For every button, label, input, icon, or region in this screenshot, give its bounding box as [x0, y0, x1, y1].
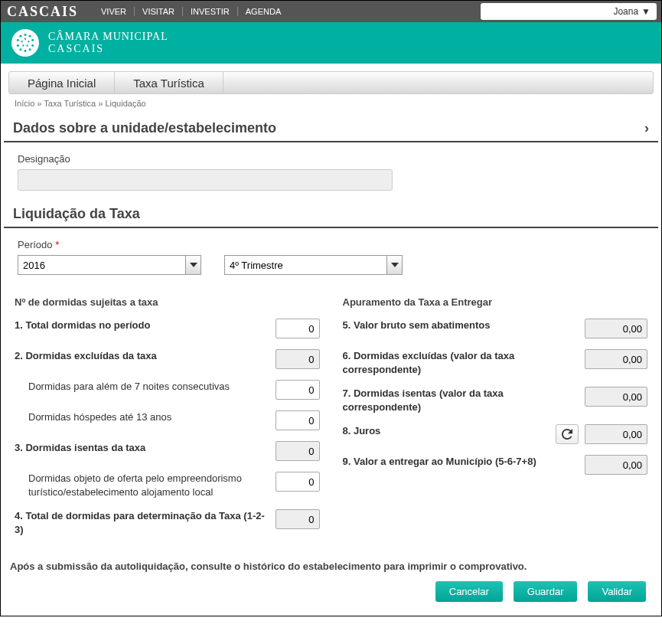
submission-note: Após a submissão da autoliquidação, cons… [10, 561, 652, 572]
brand-line2: CASCAIS [48, 43, 168, 55]
refresh-button[interactable] [556, 424, 579, 444]
user-name: Joana [613, 6, 638, 17]
brand-top: CASCAIS [7, 4, 78, 20]
svg-point-1 [29, 35, 31, 38]
row4-input [276, 509, 320, 529]
svg-point-5 [24, 50, 27, 52]
svg-point-13 [22, 44, 24, 46]
row8-output [585, 424, 647, 444]
svg-point-2 [31, 39, 34, 41]
designacao-input [18, 169, 393, 191]
row2b-label: Dormidas hóspedes até 13 anos [15, 410, 276, 424]
topnav-visitar[interactable]: VISITAR [135, 7, 183, 16]
liquidacao-columns: Nº de dormidas sujeitas a taxa 1. Total … [15, 296, 647, 547]
row5-label: 5. Valor bruto sem abatimentos [343, 319, 585, 332]
right-column: Apuramento da Taxa a Entregar 5. Valor b… [335, 296, 648, 547]
breadcrumb: Início » Taxa Turística » Liquidação [15, 99, 647, 108]
svg-point-10 [24, 38, 26, 40]
topnav-agenda[interactable]: AGENDA [238, 7, 289, 16]
row2b-input[interactable] [276, 410, 320, 430]
svg-point-9 [19, 35, 21, 38]
cascais-logo [11, 29, 39, 57]
year-select[interactable]: 2016 [18, 255, 201, 275]
tab-taxa[interactable]: Taxa Turística [115, 72, 223, 93]
row4-label: 4. Total de dormidas para determinação d… [15, 509, 276, 536]
row8-label: 8. Juros [343, 424, 556, 438]
topnav-investir[interactable]: INVESTIR [183, 7, 238, 16]
svg-point-3 [31, 44, 34, 47]
row7-label: 7. Dormidas isentas (valor da taxa corre… [343, 387, 585, 414]
designacao-label: Designação [18, 153, 644, 165]
periodo-label: Período * [18, 239, 644, 250]
section-estab-title: Dados sobre a unidade/estabelecimento [13, 120, 276, 136]
row2-label: 2. Dormidas excluídas da taxa [15, 349, 276, 363]
row9-label: 9. Valor a entregar ao Município (5-6-7+… [343, 455, 585, 469]
row1-label: 1. Total dormidas no período [15, 319, 276, 332]
row6-output [585, 349, 647, 369]
section-liquid-header: Liquidação da Taxa [4, 201, 658, 228]
section-liquid-title: Liquidação da Taxa [13, 206, 140, 222]
caret-down-icon: ▼ [641, 6, 651, 17]
topnav-viver[interactable]: VIVER [93, 7, 135, 16]
brand-bar: CÂMARA MUNICIPAL CASCAIS [1, 22, 661, 64]
row9-output [585, 455, 647, 475]
brand-line1: CÂMARA MUNICIPAL [48, 31, 168, 43]
left-column: Nº de dormidas sujeitas a taxa 1. Total … [15, 296, 335, 547]
top-nav: VIVER VISITAR INVESTIR AGENDA [93, 7, 289, 16]
right-col-title: Apuramento da Taxa a Entregar [343, 296, 648, 308]
row2a-label: Dormidas para além de 7 noites consecuti… [15, 380, 276, 394]
save-button[interactable]: Guardar [514, 581, 578, 602]
svg-point-11 [28, 41, 29, 42]
row1-input[interactable] [276, 319, 320, 338]
row6-label: 6. Dormidas excluídas (valor da taxa cor… [343, 349, 585, 376]
refresh-icon [562, 429, 572, 440]
cancel-button[interactable]: Cancelar [435, 581, 503, 602]
row5-output [585, 319, 647, 338]
svg-point-12 [26, 44, 28, 46]
estab-block: Designação [1, 142, 661, 201]
svg-point-14 [21, 41, 22, 42]
row3-input [276, 441, 320, 461]
section-estab-header: Dados sobre a unidade/estabelecimento › [4, 116, 658, 142]
svg-point-7 [17, 44, 19, 47]
tab-home[interactable]: Página Inicial [9, 72, 115, 93]
row3a-label: Dormidas objeto de oferta pelo empreendo… [15, 472, 276, 499]
svg-point-8 [17, 39, 19, 41]
year-select-wrap: 2016 [18, 255, 201, 275]
left-col-title: Nº de dormidas sujeitas a taxa [15, 296, 320, 308]
row3a-input[interactable] [276, 472, 320, 492]
quarter-select-wrap: 4º Trimestre [224, 255, 403, 275]
tab-empty [223, 72, 653, 93]
top-bar: CASCAIS VIVER VISITAR INVESTIR AGENDA Jo… [1, 1, 661, 22]
row2-input [276, 349, 320, 369]
main-tabs: Página Inicial Taxa Turística [8, 71, 654, 94]
action-bar: Cancelar Guardar Validar [1, 581, 661, 616]
validate-button[interactable]: Validar [588, 581, 646, 602]
row3-label: 3. Dormidas isentas da taxa [15, 441, 276, 455]
row2a-input[interactable] [276, 380, 320, 400]
svg-point-4 [29, 48, 31, 51]
user-dropdown[interactable]: Joana ▼ [481, 3, 657, 20]
row7-output [585, 387, 647, 407]
quarter-select[interactable]: 4º Trimestre [224, 255, 403, 275]
svg-point-0 [24, 34, 27, 36]
required-mark: * [55, 239, 59, 250]
svg-point-6 [19, 48, 21, 51]
brand-titles: CÂMARA MUNICIPAL CASCAIS [48, 31, 168, 55]
chevron-right-icon[interactable]: › [644, 120, 649, 136]
periodo-block: Período * 2016 4º Trimestre [1, 228, 661, 286]
